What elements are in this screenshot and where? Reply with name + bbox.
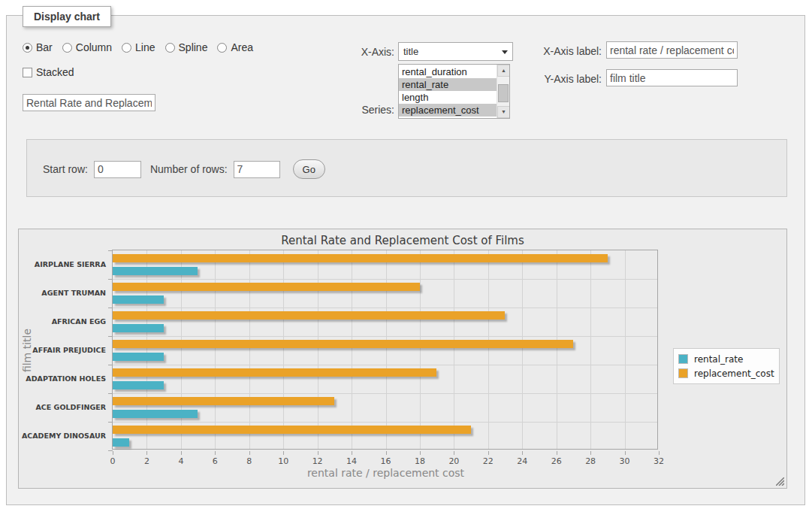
bar-rental_rate bbox=[113, 410, 198, 418]
bar-rental_rate bbox=[113, 324, 164, 332]
x-tick-label: 16 bbox=[371, 456, 401, 466]
gridline bbox=[181, 250, 182, 449]
legend-item-replacement_cost: replacement_cost bbox=[678, 366, 774, 380]
x-tick-mark bbox=[386, 451, 387, 455]
x-tick-label: 0 bbox=[98, 456, 128, 466]
bar-replacement_cost bbox=[113, 254, 608, 262]
bar-rental_rate bbox=[113, 438, 129, 447]
checkbox-icon[interactable] bbox=[23, 68, 32, 77]
fieldset-legend: Display chart bbox=[23, 6, 111, 27]
gridline bbox=[113, 422, 657, 423]
x-tick-label: 14 bbox=[337, 456, 367, 466]
start-row-input[interactable] bbox=[94, 161, 141, 178]
y-tick-label: ACE GOLDFINGER bbox=[20, 403, 106, 412]
radio-icon[interactable] bbox=[217, 43, 227, 53]
gridline bbox=[215, 250, 216, 449]
chart-type-option-spline[interactable]: Spline bbox=[165, 41, 208, 53]
radio-icon[interactable] bbox=[165, 43, 175, 53]
x-tick-mark bbox=[590, 451, 591, 455]
chart-app-page: Display chart BarColumnLineSplineArea St… bbox=[0, 0, 812, 512]
series-option-replacement_cost[interactable]: replacement_cost bbox=[399, 104, 497, 117]
x-axis-caption-input[interactable] bbox=[606, 41, 738, 59]
scroll-down-icon[interactable]: ▼ bbox=[497, 106, 510, 118]
chart-type-option-bar[interactable]: Bar bbox=[23, 41, 53, 53]
x-tick-mark bbox=[249, 451, 250, 455]
bar-rental_rate bbox=[113, 353, 164, 361]
chevron-down-icon bbox=[502, 50, 508, 54]
x-tick-mark bbox=[488, 451, 489, 455]
x-tick-label: 28 bbox=[575, 456, 605, 466]
x-tick-mark bbox=[318, 451, 318, 455]
x-tick-label: 12 bbox=[303, 456, 333, 466]
series-options: rental_durationrental_ratelengthreplacem… bbox=[399, 65, 497, 117]
gridline bbox=[386, 250, 387, 449]
radio-icon[interactable] bbox=[122, 43, 131, 53]
chart-type-option-area[interactable]: Area bbox=[217, 41, 253, 53]
series-option-rental_rate[interactable]: rental_rate bbox=[399, 78, 497, 91]
series-option-length[interactable]: length bbox=[399, 91, 497, 104]
radio-label: Column bbox=[76, 41, 112, 53]
gridline bbox=[318, 250, 318, 449]
x-tick-mark bbox=[557, 451, 557, 455]
x-axis-select[interactable]: title bbox=[398, 42, 513, 61]
scroll-up-icon[interactable]: ▲ bbox=[497, 65, 510, 77]
gridline bbox=[625, 250, 626, 449]
y-tick-label: AGENT TRUMAN bbox=[20, 289, 106, 298]
gridline bbox=[113, 365, 657, 365]
gridline bbox=[283, 250, 284, 449]
legend-label: rental_rate bbox=[694, 354, 743, 365]
x-tick-label: 6 bbox=[200, 456, 230, 466]
x-tick-mark bbox=[659, 451, 660, 455]
chart-type-option-column[interactable]: Column bbox=[62, 41, 112, 53]
x-tick-mark bbox=[215, 451, 216, 455]
chart-legend: rental_ratereplacement_cost bbox=[673, 348, 780, 384]
stacked-checkbox[interactable]: Stacked bbox=[23, 66, 74, 78]
bar-replacement_cost bbox=[113, 311, 505, 320]
scrollbar[interactable]: ▲ ▼ bbox=[497, 65, 509, 118]
bar-replacement_cost bbox=[113, 426, 471, 434]
gridline bbox=[113, 279, 657, 280]
radio-icon[interactable] bbox=[23, 43, 32, 53]
legend-swatch bbox=[678, 354, 688, 364]
x-tick-label: 30 bbox=[610, 456, 640, 466]
scrollbar-thumb[interactable] bbox=[498, 84, 509, 102]
y-tick-label: AIRPLANE SIERRA bbox=[20, 260, 106, 269]
gridline bbox=[557, 250, 557, 449]
x-axis-selected-value: title bbox=[403, 46, 418, 57]
series-multiselect[interactable]: rental_durationrental_ratelengthreplacem… bbox=[398, 64, 510, 119]
chart-title: Rental Rate and Replacement Cost of Film… bbox=[19, 234, 786, 247]
gridline bbox=[522, 250, 523, 449]
y-axis-caption-input[interactable] bbox=[606, 69, 738, 86]
chart-type-option-line[interactable]: Line bbox=[122, 41, 155, 53]
y-tick-label: AFRICAN EGG bbox=[20, 317, 106, 326]
x-tick-mark bbox=[420, 451, 421, 455]
chart-title-input[interactable] bbox=[23, 94, 155, 111]
x-axis-caption-label: X-Axis label: bbox=[530, 45, 602, 57]
y-tick-mark bbox=[108, 422, 113, 423]
series-option-rental_duration[interactable]: rental_duration bbox=[399, 65, 497, 78]
legend-label: replacement_cost bbox=[694, 368, 774, 379]
radio-icon[interactable] bbox=[62, 43, 72, 53]
resize-handle-icon[interactable] bbox=[776, 477, 784, 486]
y-tick-mark bbox=[108, 393, 113, 394]
go-button[interactable]: Go bbox=[293, 159, 325, 179]
x-tick-mark bbox=[113, 451, 113, 455]
num-rows-label: Number of rows: bbox=[150, 163, 228, 175]
x-tick-mark bbox=[352, 451, 352, 455]
num-rows-input[interactable] bbox=[234, 161, 280, 178]
chart-container: Rental Rate and Replacement Cost of Film… bbox=[18, 229, 787, 489]
y-tick-mark bbox=[108, 250, 113, 251]
chart-type-radio-group: BarColumnLineSplineArea bbox=[23, 41, 253, 53]
radio-label: Spline bbox=[179, 41, 208, 53]
bar-rental_rate bbox=[113, 267, 198, 275]
x-tick-mark bbox=[454, 451, 454, 455]
x-tick-mark bbox=[146, 451, 147, 455]
x-tick-label: 18 bbox=[405, 456, 435, 466]
bar-replacement_cost bbox=[113, 283, 420, 291]
x-tick-mark bbox=[522, 451, 523, 455]
x-tick-mark bbox=[283, 451, 284, 455]
radio-label: Bar bbox=[36, 41, 53, 53]
bar-replacement_cost bbox=[113, 340, 573, 348]
y-tick-label: ADAPTATION HOLES bbox=[20, 374, 106, 383]
x-tick-label: 2 bbox=[131, 456, 161, 466]
